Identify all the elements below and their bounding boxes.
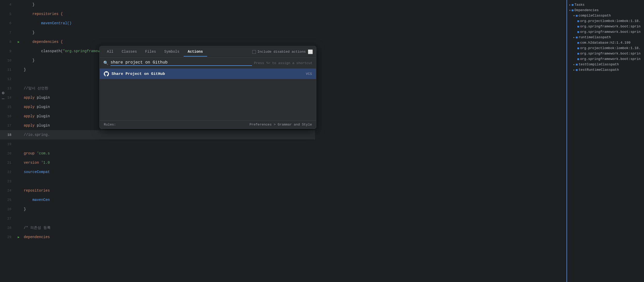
tab-all[interactable]: All [103,47,117,57]
line-gutter-29: ▶ [15,235,22,239]
tree-item-label: Dependencies [575,8,599,12]
run-arrow-icon[interactable]: ▶ [18,40,19,44]
line-number: 15 [0,105,15,109]
line-number: 9 [0,49,15,53]
tree-item-spring-boot-3: ▦ org.springframework.boot:sprin [567,51,644,56]
line-number: 20 [0,152,15,155]
include-disabled-option[interactable]: Include disabled actions [252,50,306,54]
tree-item-tasks[interactable]: ▸ ▦ Tasks [567,2,644,7]
line-number: 22 [0,170,15,174]
line-number: 11 [0,68,15,72]
popup-tabs: All Classes Files Symbols Actions Includ… [100,46,316,58]
code-line-16: apply plugin [22,114,50,118]
result-item-share-github[interactable]: Share Project on GitHub VCS [100,69,316,79]
settings-icon[interactable]: ⚙ [2,90,4,96]
search-input-row: 🔍 Press ⌥↩ to assign a shortcut [100,58,316,69]
results-area: Share Project on GitHub VCS [100,69,316,120]
rules-path[interactable]: Preferences > Grammar and Style [249,123,312,127]
line-number: 5 [0,12,15,16]
tree-item-label: org.springframework.boot:sprin [580,57,641,61]
result-item-label: Share Project on GitHub [112,72,303,76]
code-line-5: repositories { [22,12,63,16]
code-line-26: } [22,207,26,211]
line-number: 28 [0,226,15,230]
tree-item-dependencies[interactable]: ▾ ▦ Dependencies [567,7,644,13]
include-disabled-label: Include disabled actions [257,50,306,54]
line-number: 21 [0,161,15,165]
line-number: 18 [0,133,15,137]
tree-node-icon: ▦ [576,63,578,66]
minus-icon[interactable]: — [2,97,4,101]
tree-node-icon: ▦ [576,14,578,17]
tree-item-spring-boot-4: ▦ org.springframework.boot:sprin [567,56,644,62]
line-number: 26 [0,207,15,211]
line-number: 24 [0,189,15,193]
tree-leaf-icon: ▦ [577,46,579,50]
rules-row: Rules: Preferences > Grammar and Style [100,120,316,129]
line-number: 13 [0,87,15,90]
tab-actions[interactable]: Actions [184,47,207,57]
tree-arrow-icon: ▾ [573,14,575,17]
tab-files[interactable]: Files [141,47,160,57]
tree-item-label: compileClasspath [579,14,611,18]
tree-item-label: org.springframework.boot:sprin [580,25,641,28]
settings-bar: ⚙ — [0,90,6,101]
tree-item-label: org.projectlombok:lombok:1.18. [580,19,641,23]
tree-arrow-icon: ▸ [573,36,575,39]
search-input[interactable] [111,60,252,66]
tree-leaf-icon: ▦ [577,19,579,23]
tree-item-label: com.h2database:h2:1.4.199 [580,41,631,45]
code-line-29: dependencies [22,235,50,239]
line-number: 7 [0,31,15,35]
line-number: 17 [0,124,15,128]
code-line-8: dependencies { [22,40,63,44]
dependency-tree: ▸ ▦ Tasks ▾ ▦ Dependencies ▾ ▦ compileCl… [567,0,644,75]
tree-arrow-icon: ▸ [573,68,575,72]
tree-item-label: testRuntimeClasspath [579,68,619,72]
tree-item-label: testCompileClasspath [579,62,619,66]
right-panel: ▸ ▦ Tasks ▾ ▦ Dependencies ▾ ▦ compileCl… [567,0,644,282]
code-line-18: //io.spring. [22,133,50,137]
line-number: 4 [0,3,15,7]
tree-arrow-icon: ▸ [569,3,571,6]
tree-item-label: Tasks [575,3,585,7]
editor-area: 4 } 5 repositories { 6 mavenCentral() 7 … [0,0,315,282]
tree-item-runtime-classpath[interactable]: ▸ ▦ runtimeClasspath [567,35,644,40]
tree-leaf-icon: ▦ [577,41,579,44]
tree-item-test-runtime[interactable]: ▸ ▦ testRuntimeClasspath [567,67,644,73]
result-highlight: Share Project on GitHub [112,72,165,76]
monitor-icon: ⬜ [308,49,313,54]
line-number: 29 [0,235,15,239]
run-arrow-icon[interactable]: ▶ [18,235,19,239]
tab-classes[interactable]: Classes [117,47,141,57]
tree-item-spring-boot-2: ▦ org.springframework.boot:sprin [567,29,644,35]
search-everywhere-popup: All Classes Files Symbols Actions Includ… [99,46,316,129]
code-line-24: repositories [22,189,50,193]
code-line-15: apply plugin [22,105,50,109]
line-gutter-8: ▶ [15,40,22,44]
tab-symbols[interactable]: Symbols [160,47,184,57]
code-line-21: version '1.0 [22,161,50,165]
result-badge-vcs: VCS [306,72,312,76]
search-icon: 🔍 [103,60,108,66]
tree-item-label: org.springframework.boot:sprin [580,30,641,34]
tree-item-lombok-2: ▦ org.projectlombok:lombok:1.18. [567,45,644,51]
popup-tab-right: Include disabled actions ⬜ [252,49,313,54]
tree-item-label: org.projectlombok:lombok:1.18. [580,46,641,50]
tree-item-compile-classpath[interactable]: ▾ ▦ compileClasspath [567,13,644,18]
code-line-11: } [22,68,26,72]
tree-item-test-compile[interactable]: ▸ ▦ testCompileClasspath [567,62,644,67]
tree-item-h2: ▦ com.h2database:h2:1.4.199 [567,40,644,45]
tree-leaf-icon: ▦ [577,57,579,61]
code-line-14: apply plugin [22,96,50,100]
code-line-22: sourceCompat [22,170,50,174]
github-icon [104,71,109,76]
tree-node-icon: ▦ [572,9,574,12]
code-line-6: mavenCentral() [22,21,72,25]
search-shortcut-hint: Press ⌥↩ to assign a shortcut [254,61,312,65]
line-number: 23 [0,179,15,183]
code-line-13: //앞서 선언한 [22,86,48,91]
include-disabled-checkbox[interactable] [252,50,256,54]
code-line-7: } [22,30,35,35]
tree-leaf-icon: ▦ [577,30,579,34]
